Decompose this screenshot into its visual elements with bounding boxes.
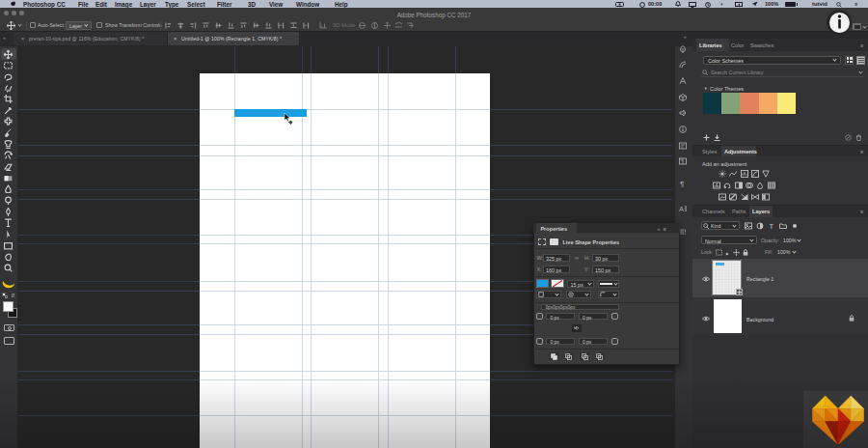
svg-text:¶: ¶: [680, 180, 684, 187]
svg-text:T: T: [770, 222, 774, 230]
svg-text:A: A: [679, 205, 684, 212]
